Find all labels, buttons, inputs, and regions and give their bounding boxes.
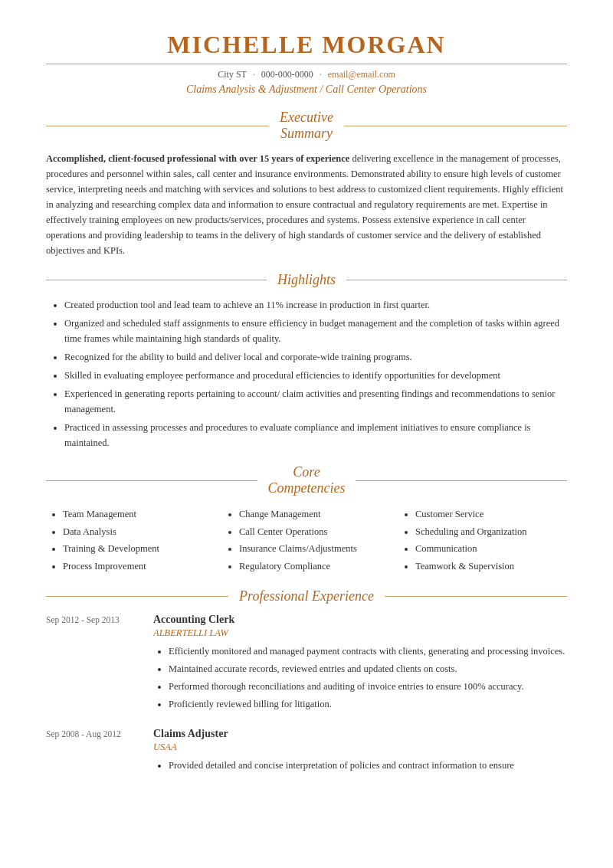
competency-item: Training & Development (63, 540, 215, 558)
executive-summary-label: ExecutiveSummary (280, 110, 333, 142)
competency-item: Regulatory Compliance (239, 558, 391, 575)
summary-text: Accomplished, client-focused professiona… (46, 151, 567, 258)
competency-item: Scheduling and Organization (415, 523, 567, 541)
competency-item: Process Improvement (63, 558, 215, 575)
experience-entry-2: Sep 2008 - Aug 2012 Claims Adjuster USAA… (46, 728, 567, 775)
highlight-item: Skilled in evaluating employee performan… (64, 368, 567, 383)
highlights-label: Highlights (277, 272, 336, 288)
experience-label: Professional Experience (239, 588, 374, 604)
competency-item: Change Management (239, 506, 391, 523)
experience-entry-1: Sep 2012 - Sep 2013 Accounting Clerk ALB… (46, 614, 567, 714)
exp-company-2: USAA (153, 742, 567, 753)
highlight-item: Practiced in assessing processes and pro… (64, 420, 567, 450)
competency-item: Teamwork & Supervision (415, 558, 567, 575)
highlights-section: Highlights Created production tool and l… (46, 272, 567, 450)
exp-title-1: Accounting Clerk (153, 614, 567, 626)
highlights-list: Created production tool and lead team to… (46, 297, 567, 450)
exp-company-1: ALBERTELLI LAW (153, 627, 567, 639)
summary-bold: Accomplished, client-focused professiona… (46, 153, 349, 164)
exp-bullet: Maintained accurate records, reviewed en… (169, 661, 567, 676)
exp-bullet: Performed thorough reconciliations and a… (169, 679, 567, 694)
highlight-item: Recognized for the ability to build and … (64, 349, 567, 365)
competency-item: Communication (415, 540, 567, 558)
exp-title-2: Claims Adjuster (153, 728, 567, 740)
exp-bullets-2: Provided detailed and concise interpreta… (153, 758, 567, 773)
competency-item: Call Center Operations (239, 523, 391, 541)
resume-page: MICHELLE MORGAN City ST · 000-000-0000 ·… (0, 0, 613, 868)
competencies-grid: Team Management Data Analysis Training &… (46, 506, 567, 575)
exp-content-2: Claims Adjuster USAA Provided detailed a… (153, 728, 567, 775)
competency-col-2: Change Management Call Center Operations… (222, 506, 391, 575)
exp-dates-1: Sep 2012 - Sep 2013 (46, 614, 138, 714)
exp-bullet: Efficiently monitored and managed paymen… (169, 644, 567, 659)
city: City ST (218, 69, 246, 80)
exp-bullet: Provided detailed and concise interpreta… (169, 758, 567, 773)
exp-content-1: Accounting Clerk ALBERTELLI LAW Efficien… (153, 614, 567, 714)
header-divider-top (46, 64, 567, 64)
email-link[interactable]: email@email.com (328, 69, 395, 80)
competency-item: Team Management (63, 506, 215, 523)
dot-2: · (320, 69, 322, 80)
highlight-item: Experienced in generating reports pertai… (64, 386, 567, 417)
executive-summary-section: ExecutiveSummary Accomplished, client-fo… (46, 110, 567, 258)
summary-rest: delivering excellence in the management … (46, 153, 563, 256)
competencies-title: CoreCompetencies (46, 464, 567, 496)
exp-bullet: Proficiently reviewed billing for litiga… (169, 696, 567, 712)
competency-item: Insurance Claims/Adjustments (239, 540, 391, 558)
competencies-section: CoreCompetencies Team Management Data An… (46, 464, 567, 575)
exp-bullets-1: Efficiently monitored and managed paymen… (153, 644, 567, 712)
phone: 000-000-0000 (261, 69, 313, 80)
competency-col-3: Customer Service Scheduling and Organiza… (398, 506, 567, 575)
dot-1: · (253, 69, 255, 80)
tagline: Claims Analysis & Adjustment / Call Cent… (46, 84, 567, 96)
executive-summary-title: ExecutiveSummary (46, 110, 567, 142)
competencies-label: CoreCompetencies (268, 464, 346, 496)
contact-line: City ST · 000-000-0000 · email@email.com (46, 69, 567, 80)
competency-col-1: Team Management Data Analysis Training &… (46, 506, 215, 575)
header: MICHELLE MORGAN City ST · 000-000-0000 ·… (46, 31, 567, 96)
candidate-name: MICHELLE MORGAN (46, 31, 567, 59)
highlight-item: Organized and scheduled staff assignment… (64, 316, 567, 346)
highlights-title: Highlights (46, 272, 567, 288)
competency-item: Customer Service (415, 506, 567, 523)
experience-title: Professional Experience (46, 588, 567, 604)
exp-dates-2: Sep 2008 - Aug 2012 (46, 728, 138, 775)
experience-section: Professional Experience Sep 2012 - Sep 2… (46, 588, 567, 775)
competency-item: Data Analysis (63, 523, 215, 541)
highlight-item: Created production tool and lead team to… (64, 297, 567, 313)
